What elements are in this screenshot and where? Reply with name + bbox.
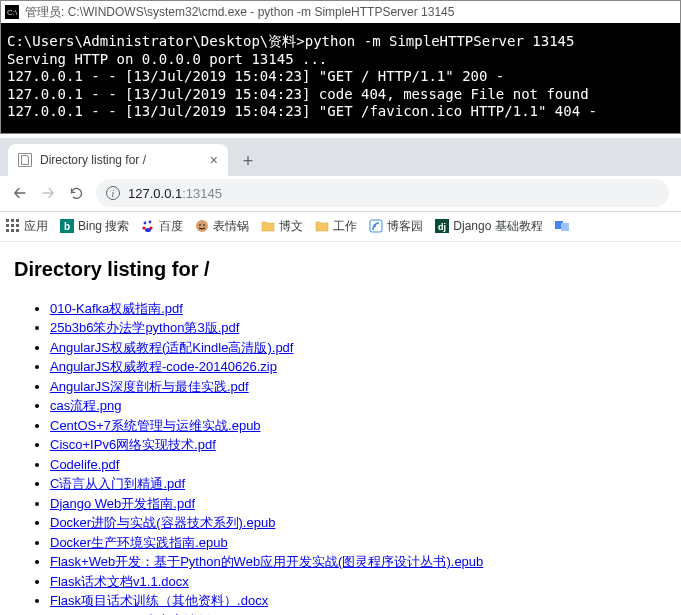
bookmarks-bar: 应用 b Bing 搜索 百度 表情锅 博文 — [0, 212, 681, 242]
url-port: :13145 — [182, 186, 222, 201]
bing-icon: b — [60, 219, 74, 233]
svg-point-5 — [196, 220, 208, 232]
bookmark-django[interactable]: dj Django 基础教程 — [435, 218, 542, 235]
list-item: Cisco+IPv6网络实现技术.pdf — [50, 435, 667, 455]
list-item: 25b3b6笨办法学python第3版.pdf — [50, 318, 667, 338]
file-link[interactable]: CentOS+7系统管理与运维实战.epub — [50, 418, 261, 433]
list-item: AngularJS深度剖析与最佳实践.pdf — [50, 377, 667, 397]
bookmark-gongzuo[interactable]: 工作 — [315, 218, 357, 235]
list-item: Django Web开发指南.pdf — [50, 494, 667, 514]
list-item: Flask话术文档v1.1.docx — [50, 572, 667, 592]
cmd-output: C:\Users\Administrator\Desktop\资料>python… — [1, 23, 680, 133]
file-link[interactable]: Django Web开发指南.pdf — [50, 496, 195, 511]
folder-icon — [261, 219, 275, 233]
file-link[interactable]: Cisco+IPv6网络实现技术.pdf — [50, 437, 216, 452]
apps-button[interactable]: 应用 — [6, 218, 48, 235]
list-item: cas流程.png — [50, 396, 667, 416]
file-link[interactable]: AngularJS权威教程-code-20140626.zip — [50, 359, 277, 374]
back-button[interactable] — [6, 179, 34, 207]
list-item: Flask项目话术训练（其他资料）.docx — [50, 591, 667, 611]
bookmark-bing[interactable]: b Bing 搜索 — [60, 218, 129, 235]
svg-point-2 — [143, 226, 146, 229]
baidu-icon — [141, 219, 155, 233]
bookmark-more[interactable] — [555, 219, 569, 233]
file-link[interactable]: AngularJS权威教程(适配Kindle高清版).pdf — [50, 340, 293, 355]
translate-icon — [555, 219, 569, 233]
bookmark-baidu[interactable]: 百度 — [141, 218, 183, 235]
list-item: AngularJS权威教程(适配Kindle高清版).pdf — [50, 338, 667, 358]
back-icon — [12, 185, 28, 201]
cmd-titlebar[interactable]: C:\ 管理员: C:\WINDOWS\system32\cmd.exe - p… — [1, 1, 680, 23]
svg-point-1 — [149, 221, 152, 224]
file-link[interactable]: Flask+Web开发：基于Python的Web应用开发实战(图灵程序设计丛书)… — [50, 554, 483, 569]
django-icon: dj — [435, 219, 449, 233]
file-link[interactable]: cas流程.png — [50, 398, 122, 413]
bookmark-bokeyuan[interactable]: 博客园 — [369, 218, 423, 235]
browser-toolbar: i 127.0.0.1:13145 — [0, 176, 681, 212]
file-link[interactable]: AngularJS深度剖析与最佳实践.pdf — [50, 379, 249, 394]
address-bar[interactable]: i 127.0.0.1:13145 — [96, 179, 669, 207]
list-item: Docker生产环境实践指南.epub — [50, 533, 667, 553]
browser-tab[interactable]: Directory listing for / × — [8, 144, 228, 176]
file-link[interactable]: Docker进阶与实战(容器技术系列).epub — [50, 515, 275, 530]
bookmark-bowen[interactable]: 博文 — [261, 218, 303, 235]
svg-point-4 — [145, 228, 151, 232]
svg-point-7 — [204, 224, 206, 226]
list-item: AngularJS权威教程-code-20140626.zip — [50, 357, 667, 377]
list-item: Docker进阶与实战(容器技术系列).epub — [50, 513, 667, 533]
tab-title: Directory listing for / — [40, 153, 202, 167]
list-item: Flask+Web开发：基于Python的Web应用开发实战(图灵程序设计丛书)… — [50, 552, 667, 572]
bokeyuan-icon — [369, 219, 383, 233]
svg-rect-13 — [561, 223, 569, 231]
list-item: Head First Java 中文高清版.pdf — [50, 611, 667, 616]
tab-favicon — [18, 153, 32, 167]
page-content: Directory listing for / 010-Kafka权威指南.pd… — [0, 242, 681, 616]
apps-icon — [6, 219, 20, 233]
url-host: 127.0.0.1 — [128, 186, 182, 201]
list-item: C语言从入门到精通.pdf — [50, 474, 667, 494]
svg-point-9 — [372, 228, 374, 230]
list-item: CentOS+7系统管理与运维实战.epub — [50, 416, 667, 436]
tab-close-icon[interactable]: × — [210, 152, 218, 168]
svg-point-6 — [200, 224, 202, 226]
reload-icon — [69, 186, 84, 201]
new-tab-button[interactable]: + — [234, 148, 262, 176]
page-heading: Directory listing for / — [14, 258, 667, 281]
tab-strip: Directory listing for / × + — [0, 138, 681, 176]
reload-button[interactable] — [62, 179, 90, 207]
cmd-icon: C:\ — [5, 5, 19, 19]
file-list: 010-Kafka权威指南.pdf25b3b6笨办法学python第3版.pdf… — [14, 299, 667, 616]
forward-button[interactable] — [34, 179, 62, 207]
file-link[interactable]: 010-Kafka权威指南.pdf — [50, 301, 183, 316]
svg-point-0 — [144, 222, 147, 225]
list-item: 010-Kafka权威指南.pdf — [50, 299, 667, 319]
file-link[interactable]: 25b3b6笨办法学python第3版.pdf — [50, 320, 239, 335]
file-link[interactable]: Codelife.pdf — [50, 457, 119, 472]
file-link[interactable]: C语言从入门到精通.pdf — [50, 476, 185, 491]
svg-text:dj: dj — [438, 222, 446, 232]
list-item: Codelife.pdf — [50, 455, 667, 475]
folder-icon — [315, 219, 329, 233]
cmd-title: 管理员: C:\WINDOWS\system32\cmd.exe - pytho… — [25, 4, 454, 21]
file-link[interactable]: Flask话术文档v1.1.docx — [50, 574, 189, 589]
file-link[interactable]: Flask项目话术训练（其他资料）.docx — [50, 593, 268, 608]
browser-window: Directory listing for / × + i 127.0.0.1:… — [0, 138, 681, 616]
cmd-window: C:\ 管理员: C:\WINDOWS\system32\cmd.exe - p… — [0, 0, 681, 134]
file-link[interactable]: Docker生产环境实践指南.epub — [50, 535, 228, 550]
forward-icon — [40, 185, 56, 201]
bookmark-biaoqing[interactable]: 表情锅 — [195, 218, 249, 235]
biaoqing-icon — [195, 219, 209, 233]
site-info-icon[interactable]: i — [106, 186, 120, 200]
